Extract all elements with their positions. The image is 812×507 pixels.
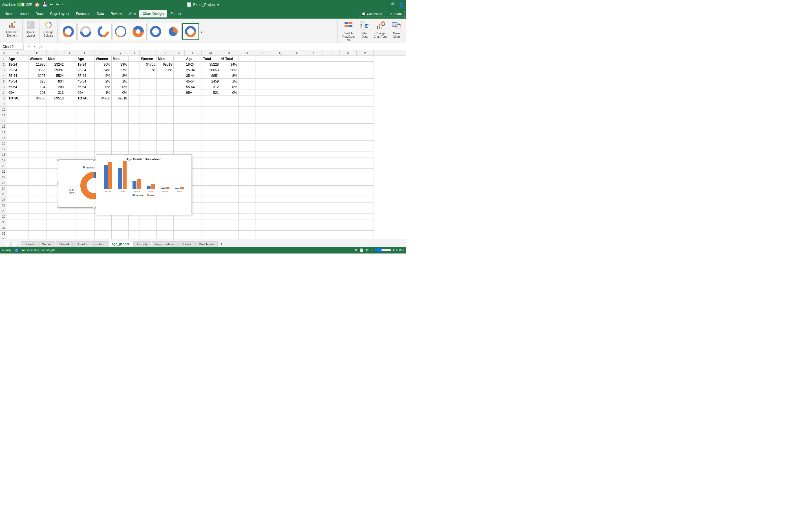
grid-cell[interactable] xyxy=(340,101,357,107)
col-header-F[interactable]: F xyxy=(94,50,111,55)
grid-cell[interactable] xyxy=(95,129,112,135)
chart-style-3[interactable] xyxy=(95,23,112,40)
chart-style-8[interactable] xyxy=(182,23,199,40)
table-row[interactable]: 435-443127552435-449%8%35-4486518% xyxy=(0,73,374,78)
grid-cell[interactable]: 1% xyxy=(95,90,112,96)
grid-cell[interactable] xyxy=(357,231,374,236)
grid-cell[interactable] xyxy=(357,62,374,67)
grid-cell[interactable] xyxy=(65,84,77,90)
grid-cell[interactable]: TOTAL xyxy=(7,96,29,101)
formula-cancel-btn[interactable]: ✕ xyxy=(26,44,31,49)
grid-cell[interactable]: 69518 xyxy=(157,62,174,67)
grid-cell[interactable] xyxy=(174,96,185,101)
grid-cell[interactable] xyxy=(323,186,340,191)
grid-cell[interactable] xyxy=(289,169,306,174)
grid-cell[interactable] xyxy=(239,118,255,124)
grid-cell[interactable] xyxy=(220,231,239,236)
grid-cell[interactable] xyxy=(239,186,255,191)
grid-cell[interactable] xyxy=(140,96,157,101)
grid-cell[interactable]: Men xyxy=(157,56,174,62)
grid-cell[interactable] xyxy=(185,112,202,118)
grid-cell[interactable] xyxy=(289,96,306,101)
grid-cell[interactable] xyxy=(112,124,129,129)
sheet-nav-next-end[interactable]: ⟩ xyxy=(16,243,20,247)
grid-cell[interactable] xyxy=(47,219,65,225)
grid-cell[interactable] xyxy=(157,78,174,84)
zoom-in-button[interactable]: + xyxy=(393,248,395,252)
grid-cell[interactable]: 1459 xyxy=(202,78,220,84)
grid-cell[interactable] xyxy=(340,67,357,73)
grid-cell[interactable] xyxy=(272,78,289,84)
grid-cell[interactable] xyxy=(29,236,47,239)
grid-cell[interactable] xyxy=(129,140,140,146)
page-layout-icon[interactable]: 📄 xyxy=(360,248,364,252)
grid-cell[interactable] xyxy=(306,129,323,135)
col-header-G[interactable]: G xyxy=(111,50,128,55)
grid-cell[interactable] xyxy=(306,140,323,146)
grid-cell[interactable] xyxy=(185,124,202,129)
grid-cell[interactable] xyxy=(289,186,306,191)
grid-cell[interactable] xyxy=(306,219,323,225)
grid-cell[interactable] xyxy=(112,112,129,118)
grid-cell[interactable]: 45-54 xyxy=(185,78,202,84)
grid-cell[interactable] xyxy=(7,118,29,124)
tab-home[interactable]: Home xyxy=(1,10,17,17)
grid-cell[interactable] xyxy=(323,101,340,107)
grid-cell[interactable] xyxy=(77,146,95,152)
grid-cell[interactable] xyxy=(7,158,29,163)
grid-cell[interactable] xyxy=(65,118,77,124)
grid-cell[interactable] xyxy=(174,62,185,67)
grid-cell[interactable] xyxy=(77,112,95,118)
grid-cell[interactable] xyxy=(65,62,77,67)
grid-cell[interactable] xyxy=(289,197,306,203)
grid-cell[interactable] xyxy=(174,135,185,140)
grid-cell[interactable] xyxy=(272,174,289,180)
grid-cell[interactable]: 35% xyxy=(95,62,112,67)
grid-cell[interactable] xyxy=(65,140,77,146)
grid-cell[interactable] xyxy=(95,231,112,236)
grid-cell[interactable] xyxy=(239,191,255,197)
grid-cell[interactable] xyxy=(65,231,77,236)
grid-cell[interactable] xyxy=(323,78,340,84)
sheet-tab-sheet7[interactable]: Sheet7 xyxy=(178,241,195,247)
grid-cell[interactable] xyxy=(174,56,185,62)
grid-cell[interactable] xyxy=(65,219,77,225)
grid-cell[interactable] xyxy=(29,101,47,107)
grid-cell[interactable] xyxy=(340,158,357,163)
chart-style-6[interactable] xyxy=(147,23,164,40)
grid-cell[interactable] xyxy=(272,67,289,73)
grid-cell[interactable]: 69518 xyxy=(112,96,129,101)
col-header-A[interactable]: A xyxy=(7,50,28,55)
grid-cell[interactable] xyxy=(306,56,323,62)
grid-cell[interactable]: 55-64 xyxy=(7,84,29,90)
grid-cell[interactable] xyxy=(306,146,323,152)
grid-cell[interactable] xyxy=(157,146,174,152)
grid-cell[interactable] xyxy=(340,186,357,191)
grid-cell[interactable] xyxy=(220,214,239,219)
grid-cell[interactable] xyxy=(7,225,29,231)
grid-cell[interactable] xyxy=(255,174,272,180)
grid-cell[interactable] xyxy=(157,140,174,146)
grid-cell[interactable] xyxy=(306,90,323,96)
grid-cell[interactable] xyxy=(289,208,306,214)
grid-cell[interactable] xyxy=(220,146,239,152)
grid-cell[interactable] xyxy=(185,101,202,107)
grid-cell[interactable] xyxy=(65,124,77,129)
col-header-M[interactable]: M xyxy=(202,50,220,55)
grid-cell[interactable] xyxy=(289,112,306,118)
grid-cell[interactable] xyxy=(112,219,129,225)
grid-cell[interactable] xyxy=(157,112,174,118)
grid-cell[interactable] xyxy=(306,135,323,140)
grid-cell[interactable] xyxy=(220,197,239,203)
grid-cell[interactable] xyxy=(272,203,289,208)
grid-cell[interactable] xyxy=(65,208,77,214)
grid-cell[interactable] xyxy=(220,186,239,191)
grid-cell[interactable] xyxy=(255,146,272,152)
grid-cell[interactable] xyxy=(29,124,47,129)
grid-cell[interactable] xyxy=(129,225,140,231)
grid-cell[interactable] xyxy=(289,236,306,239)
grid-cell[interactable] xyxy=(220,208,239,214)
grid-cell[interactable] xyxy=(255,112,272,118)
grid-cell[interactable]: % Total xyxy=(220,56,239,62)
grid-cell[interactable] xyxy=(272,169,289,174)
